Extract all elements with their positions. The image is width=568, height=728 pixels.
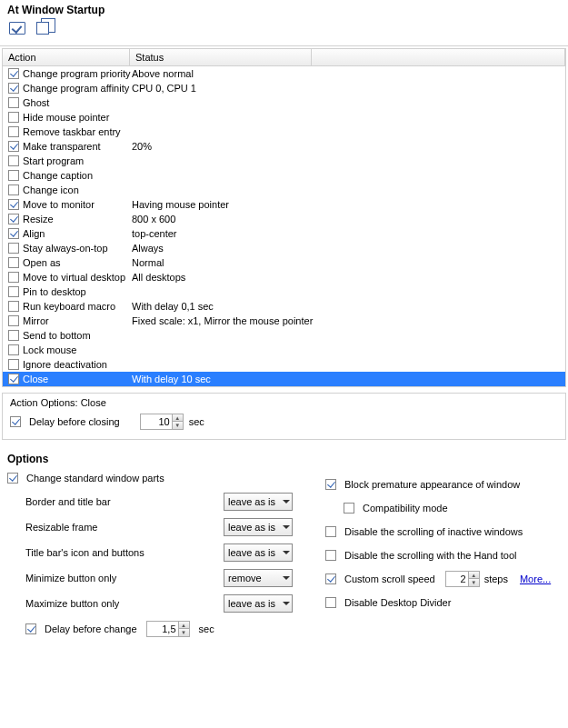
change-parts-label: Change standard window parts xyxy=(26,473,164,484)
table-row[interactable]: Move to virtual desktopAll desktops xyxy=(3,270,565,284)
row-action: Hide mouse pointer xyxy=(23,112,132,123)
row-checkbox[interactable] xyxy=(8,301,19,312)
table-row[interactable]: Ignore deactivation xyxy=(3,357,565,372)
disable-divider-label: Disable Desktop Divider xyxy=(344,597,451,608)
table-row[interactable]: Change caption xyxy=(3,168,565,183)
table-row[interactable]: Remove taskbar entry xyxy=(3,125,565,139)
delay-before-closing-input[interactable]: ▲▼ xyxy=(140,414,184,430)
row-checkbox[interactable] xyxy=(8,141,19,152)
block-premature-label: Block premature appearance of window xyxy=(344,479,520,490)
check-all-icon[interactable] xyxy=(9,22,27,40)
chevron-down-icon xyxy=(283,500,290,504)
row-checkbox[interactable] xyxy=(8,199,19,210)
table-row[interactable]: Move to monitorHaving mouse pointer xyxy=(3,197,565,212)
row-checkbox[interactable] xyxy=(8,126,19,137)
actions-list: Action Status Change program priorityAbo… xyxy=(2,48,566,387)
table-row[interactable]: Change program priorityAbove normal xyxy=(3,66,565,81)
row-action: Align xyxy=(23,228,132,239)
change-parts-checkbox[interactable] xyxy=(7,473,18,484)
row-status: 20% xyxy=(132,141,152,152)
row-checkbox[interactable] xyxy=(8,286,19,297)
row-checkbox[interactable] xyxy=(8,170,19,181)
table-row[interactable]: Make transparent20% xyxy=(3,139,565,154)
table-row[interactable]: Hide mouse pointer xyxy=(3,110,565,125)
row-checkbox[interactable] xyxy=(8,359,19,370)
row-action: Change program affinity xyxy=(23,83,132,94)
delay-change-checkbox[interactable] xyxy=(25,623,36,634)
custom-scroll-checkbox[interactable] xyxy=(325,573,336,584)
disable-inactive-checkbox[interactable] xyxy=(325,526,336,537)
table-row[interactable]: Aligntop-center xyxy=(3,226,565,241)
titlebar-label: Title bar's icon and buttons xyxy=(25,547,144,558)
row-status: With delay 0,1 sec xyxy=(132,301,214,312)
row-action: Open as xyxy=(23,257,132,268)
frame-select[interactable]: leave as is xyxy=(224,518,293,536)
action-options-title: Action Options: Close xyxy=(10,397,558,414)
more-link[interactable]: More... xyxy=(520,573,551,584)
row-action: Send to bottom xyxy=(23,330,132,341)
row-action: Change program priority xyxy=(23,68,132,79)
delay-before-closing-checkbox[interactable] xyxy=(10,416,21,427)
column-action[interactable]: Action xyxy=(3,49,130,65)
spin-up-icon[interactable]: ▲ xyxy=(178,622,189,629)
row-checkbox[interactable] xyxy=(8,184,19,195)
table-row[interactable]: Resize800 x 600 xyxy=(3,212,565,226)
spin-down-icon[interactable]: ▼ xyxy=(178,629,189,636)
custom-scroll-input[interactable]: ▲▼ xyxy=(445,571,480,587)
row-checkbox[interactable] xyxy=(8,68,19,79)
row-checkbox[interactable] xyxy=(8,214,19,224)
row-action: Move to monitor xyxy=(23,199,132,210)
disable-hand-label: Disable the scrolling with the Hand tool xyxy=(344,550,517,561)
disable-hand-checkbox[interactable] xyxy=(325,550,336,561)
row-checkbox[interactable] xyxy=(8,257,19,268)
row-checkbox[interactable] xyxy=(8,228,19,239)
disable-divider-checkbox[interactable] xyxy=(325,597,336,608)
row-checkbox[interactable] xyxy=(8,315,19,326)
table-row[interactable]: Open asNormal xyxy=(3,255,565,270)
table-row[interactable]: MirrorFixed scale: x1, Mirror the mouse … xyxy=(3,314,565,328)
row-checkbox[interactable] xyxy=(8,97,19,108)
row-action: Resize xyxy=(23,214,132,224)
min-select[interactable]: remove xyxy=(224,569,293,587)
table-row[interactable]: CloseWith delay 10 sec xyxy=(3,372,565,386)
spin-down-icon[interactable]: ▼ xyxy=(172,422,183,429)
delay-change-input[interactable]: ▲▼ xyxy=(146,621,190,637)
table-row[interactable]: Ghost xyxy=(3,95,565,110)
spin-down-icon[interactable]: ▼ xyxy=(468,579,479,586)
table-row[interactable]: Start program xyxy=(3,154,565,168)
spin-up-icon[interactable]: ▲ xyxy=(468,572,479,579)
table-row[interactable]: Pin to desktop xyxy=(3,284,565,299)
row-action: Move to virtual desktop xyxy=(23,272,132,283)
block-premature-checkbox[interactable] xyxy=(325,479,336,490)
titlebar-select[interactable]: leave as is xyxy=(224,544,293,562)
row-checkbox[interactable] xyxy=(8,243,19,254)
compat-mode-checkbox[interactable] xyxy=(344,503,354,514)
row-status: Always xyxy=(132,243,164,254)
row-checkbox[interactable] xyxy=(8,344,19,355)
row-checkbox[interactable] xyxy=(8,374,19,384)
table-row[interactable]: Lock mouse xyxy=(3,343,565,357)
table-row[interactable]: Stay always-on-topAlways xyxy=(3,241,565,255)
copy-icon[interactable] xyxy=(36,22,55,40)
table-row[interactable]: Change program affinityCPU 0, CPU 1 xyxy=(3,81,565,95)
toolbar xyxy=(0,18,568,46)
row-checkbox[interactable] xyxy=(8,330,19,341)
row-checkbox[interactable] xyxy=(8,155,19,166)
column-status[interactable]: Status xyxy=(130,49,312,65)
row-checkbox[interactable] xyxy=(8,112,19,123)
chevron-down-icon xyxy=(283,525,290,529)
row-status: top-center xyxy=(132,228,177,239)
row-status: With delay 10 sec xyxy=(132,374,211,384)
row-status: Fixed scale: x1, Mirror the mouse pointe… xyxy=(132,315,313,326)
row-checkbox[interactable] xyxy=(8,272,19,283)
row-checkbox[interactable] xyxy=(8,83,19,94)
spin-up-icon[interactable]: ▲ xyxy=(172,414,183,422)
border-label: Border and title bar xyxy=(25,496,111,507)
table-row[interactable]: Run keyboard macroWith delay 0,1 sec xyxy=(3,299,565,314)
chevron-down-icon xyxy=(283,551,290,554)
border-select[interactable]: leave as is xyxy=(224,493,293,511)
max-select[interactable]: leave as is xyxy=(224,594,293,613)
delay-unit: sec xyxy=(189,416,204,427)
table-row[interactable]: Send to bottom xyxy=(3,328,565,343)
table-row[interactable]: Change icon xyxy=(3,183,565,197)
